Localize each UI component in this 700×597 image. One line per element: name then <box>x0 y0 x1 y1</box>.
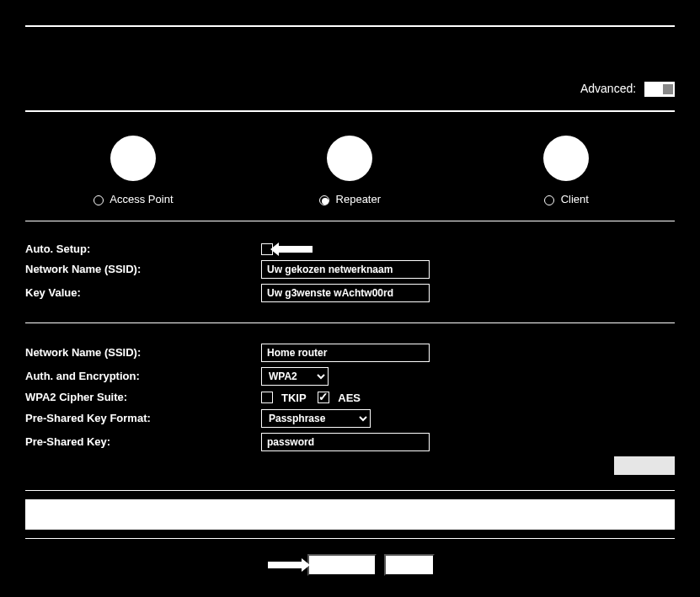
upstream-section: Network Name (SSID): Auth. and Encryptio… <box>25 330 675 483</box>
radio-repeater[interactable] <box>319 195 329 205</box>
topbar: Advanced: <box>25 35 675 102</box>
repeater-local-section: Auto. Setup: Network Name (SSID): Key Va… <box>25 228 675 316</box>
arrow-right-icon <box>268 562 302 568</box>
reboot-button[interactable] <box>384 554 435 576</box>
divider-3 <box>25 322 675 323</box>
auto-setup-label: Auto. Setup: <box>25 243 261 255</box>
divider-1 <box>25 110 675 112</box>
psk-format-label: Pre-Shared Key Format: <box>25 412 261 424</box>
arrow-left-icon <box>279 246 313 253</box>
mode-selector: Access Point Repeater Client <box>25 120 675 214</box>
mode-repeater-label: Repeater <box>336 193 381 205</box>
auth-label: Auth. and Encryption: <box>25 370 261 382</box>
upstream-ssid-label: Network Name (SSID): <box>25 346 261 359</box>
mode-client-label: Client <box>561 193 589 205</box>
divider-top <box>25 25 675 27</box>
psk-label: Pre-Shared Key: <box>25 435 261 448</box>
cipher-label: WPA2 Cipher Suite: <box>25 391 261 403</box>
advanced-toggle[interactable] <box>644 82 675 97</box>
mode-repeater[interactable]: Repeater <box>243 136 457 205</box>
aes-label: AES <box>338 392 361 404</box>
upstream-ssid-input[interactable] <box>261 344 430 362</box>
tkip-label: TKIP <box>281 392 307 404</box>
divider-4 <box>25 490 675 491</box>
tkip-checkbox[interactable] <box>261 392 273 403</box>
mode-client[interactable]: Client <box>459 136 673 205</box>
divider-2 <box>25 221 675 221</box>
psk-input[interactable] <box>261 433 430 451</box>
mode-access-point-label: Access Point <box>110 193 173 205</box>
auth-select[interactable]: WPA2 <box>261 367 329 386</box>
key-value-input[interactable] <box>261 284 430 302</box>
local-ssid-input[interactable] <box>261 260 430 279</box>
radio-client[interactable] <box>544 195 554 205</box>
bottom-buttons <box>25 546 675 584</box>
apply-button[interactable] <box>614 456 675 475</box>
key-value-label: Key Value: <box>25 286 261 299</box>
access-point-icon <box>110 136 156 181</box>
mode-access-point[interactable]: Access Point <box>26 136 240 205</box>
client-icon <box>543 136 589 181</box>
radio-access-point[interactable] <box>94 195 104 205</box>
advanced-label: Advanced: <box>580 82 636 95</box>
psk-format-select[interactable]: Passphrase <box>261 409 371 428</box>
aes-checkbox[interactable] <box>318 392 329 403</box>
divider-5 <box>25 538 675 539</box>
previous-button[interactable] <box>307 554 377 576</box>
repeater-icon <box>327 136 372 181</box>
local-ssid-label: Network Name (SSID): <box>25 263 261 275</box>
status-bar <box>25 499 675 530</box>
